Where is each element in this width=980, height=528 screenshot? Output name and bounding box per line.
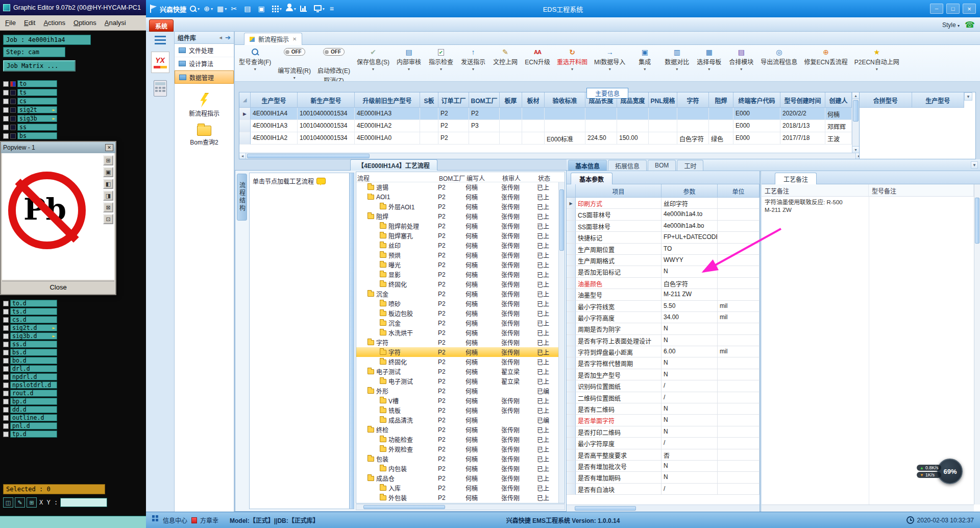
- param-row[interactable]: 是否有增加期码 N: [567, 472, 760, 483]
- chevron-down-icon[interactable]: [876, 67, 878, 71]
- off-toggle[interactable]: OFF: [284, 48, 305, 56]
- main-info-cell[interactable]: E000标准: [545, 132, 585, 145]
- layer-checkbox[interactable]: [3, 415, 9, 421]
- toolbar-button[interactable]: 修复ECN丢流程: [804, 48, 847, 71]
- layer-row[interactable]: sig3b►: [3, 114, 149, 123]
- param-value[interactable]: N: [662, 461, 718, 472]
- main-info-cell[interactable]: 224.50: [585, 132, 617, 145]
- component-item[interactable]: 文件处理: [175, 44, 234, 57]
- process-node[interactable]: 外层AOI1: [356, 202, 438, 211]
- process-node[interactable]: 铣板: [356, 406, 438, 415]
- remark-vertical-scrollbar[interactable]: [974, 184, 980, 505]
- scrollbar-thumb[interactable]: [247, 154, 370, 158]
- process-node-row[interactable]: 字符 P2 何楠 张传刚 已上: [356, 347, 558, 357]
- layer-chip[interactable]: outline.d►: [10, 414, 57, 421]
- layer-checkbox[interactable]: [3, 301, 9, 306]
- process-node-row[interactable]: 阻焊前处理 P2 何楠 张传刚 已上: [356, 221, 558, 231]
- chevron-down-icon[interactable]: [708, 67, 710, 71]
- layer-row[interactable]: to.d►: [3, 299, 149, 307]
- param-row[interactable]: 是否高平整度要求 否: [567, 449, 760, 461]
- chevron-down-icon[interactable]: [372, 67, 374, 71]
- main-info-cell[interactable]: [500, 108, 522, 120]
- process-node[interactable]: 电子测试: [356, 367, 438, 376]
- param-row[interactable]: 是否单面字符 N: [567, 415, 760, 426]
- process-node-row[interactable]: 功能检查 P2 何楠 张传刚 已上: [356, 435, 558, 444]
- collapse-left-icon[interactable]: ◂: [219, 34, 223, 41]
- process-node-row[interactable]: 喷砂 P2 何楠 张传刚 已上: [356, 299, 558, 308]
- layer-checkbox[interactable]: [3, 407, 9, 413]
- process-node-row[interactable]: 水洗烘干 P2 何楠 张传刚 已上: [356, 328, 558, 338]
- process-node-row[interactable]: V槽 P2 何楠 张传刚 已上: [356, 396, 558, 405]
- layer-chip[interactable]: tp.d►: [10, 430, 57, 438]
- column-header[interactable]: 工艺备注: [762, 184, 869, 196]
- param-row[interactable]: 是否打印二维码 N: [567, 426, 760, 438]
- param-row[interactable]: 最小字符高度 34.00 mil: [567, 312, 760, 323]
- column-header[interactable]: 订单工厂: [438, 92, 469, 108]
- main-info-cell[interactable]: [585, 120, 617, 132]
- layer-checkbox[interactable]: [3, 309, 9, 315]
- toolbar-button[interactable]: ECN升级: [525, 48, 550, 71]
- scroll-up-icon[interactable]: ▴: [852, 92, 859, 99]
- toolbar-button[interactable]: 文控上网: [493, 48, 518, 71]
- layer-chip[interactable]: rout.d►: [10, 390, 57, 397]
- layer-chip[interactable]: dd.d►: [10, 406, 57, 413]
- xy-input[interactable]: [60, 498, 107, 507]
- layer-chip[interactable]: ts►: [17, 89, 57, 96]
- main-info-cell[interactable]: 何楠: [825, 108, 852, 120]
- process-node-row[interactable]: 阻焊塞孔 P2 何楠 张传刚 已上: [356, 231, 558, 241]
- hint-scrollbar[interactable]: [349, 173, 354, 509]
- chevron-down-icon[interactable]: [254, 67, 256, 71]
- scrollbar-thumb[interactable]: [363, 505, 445, 509]
- process-node[interactable]: 外观检查: [356, 445, 438, 453]
- select-tool-icon[interactable]: ◫: [3, 497, 13, 508]
- layer-chip[interactable]: sig3b►: [17, 115, 57, 122]
- layer-checkbox[interactable]: [3, 90, 9, 95]
- main-info-cell[interactable]: 绿色: [709, 132, 733, 145]
- close-button[interactable]: [963, 4, 976, 14]
- main-info-cell[interactable]: 4E000IH1A3: [251, 120, 298, 132]
- process-node[interactable]: 包装: [356, 454, 438, 463]
- process-node-row[interactable]: 入库 P2 何楠 张传刚 已上: [356, 483, 558, 493]
- process-node[interactable]: 预烘: [356, 251, 438, 259]
- column-header[interactable]: 板厚: [500, 92, 522, 108]
- chevron-down-icon[interactable]: [472, 67, 474, 71]
- process-node-row[interactable]: 退锡 P2 何楠 张传刚 已上: [356, 182, 558, 192]
- column-header[interactable]: 合拼型号: [860, 92, 912, 108]
- layer-row[interactable]: rout.d►: [3, 389, 149, 397]
- process-node[interactable]: 丝印: [356, 241, 438, 250]
- layer-checkbox[interactable]: [3, 99, 9, 104]
- layer-row[interactable]: npdrl.d►: [3, 373, 149, 381]
- process-node-row[interactable]: 板边包胶 P2 何楠 张传刚 已上: [356, 308, 558, 318]
- column-header[interactable]: 核审人: [501, 172, 537, 182]
- param-value[interactable]: N: [662, 335, 718, 346]
- chart-icon[interactable]: ▾: [299, 2, 311, 15]
- center-icon[interactable]: ⊡: [103, 214, 113, 224]
- param-row[interactable]: 生产周期位置 TO: [567, 244, 760, 255]
- layer-checkbox[interactable]: [3, 366, 9, 372]
- toolbar-button[interactable]: 内部审核: [396, 48, 422, 71]
- column-header[interactable]: 生产型号: [912, 92, 965, 108]
- job-matrix-button[interactable]: Job Matrix ...: [3, 60, 76, 71]
- main-info-cell[interactable]: [677, 108, 709, 120]
- process-node-row[interactable]: AOI1 P2 何楠 张传刚 已上: [356, 192, 558, 202]
- network-speed-widget[interactable]: ▲0.8K/s ▼1K/s 69%: [917, 459, 963, 484]
- process-node[interactable]: 曝光: [356, 260, 438, 269]
- layer-chip[interactable]: sig2t►: [17, 106, 57, 113]
- apps-grid-icon[interactable]: ▾: [271, 2, 283, 15]
- layer-chip[interactable]: pnl.d►: [10, 422, 57, 429]
- column-header[interactable]: 字符: [677, 92, 709, 108]
- scroll-down-icon[interactable]: ▾: [852, 146, 859, 153]
- param-value[interactable]: /: [662, 380, 718, 392]
- process-node-row[interactable]: 显影 P2 何楠 张传刚 已上: [356, 270, 558, 279]
- chevron-down-icon[interactable]: [609, 67, 611, 71]
- phone-icon[interactable]: ☎: [965, 20, 975, 30]
- param-row[interactable]: SS面菲林号 4e000ih1a4.bo: [567, 221, 760, 232]
- param-value[interactable]: N: [662, 369, 718, 380]
- yx-logo-icon[interactable]: YX: [151, 52, 169, 73]
- layer-chip[interactable]: bs►: [17, 132, 57, 139]
- layer-row[interactable]: outline.d►: [3, 414, 149, 422]
- main-info-cell[interactable]: 2017/7/18: [780, 132, 825, 145]
- column-header[interactable]: PNL规格: [649, 92, 677, 108]
- process-node[interactable]: 退锡: [356, 183, 438, 191]
- main-info-cell[interactable]: [709, 120, 733, 132]
